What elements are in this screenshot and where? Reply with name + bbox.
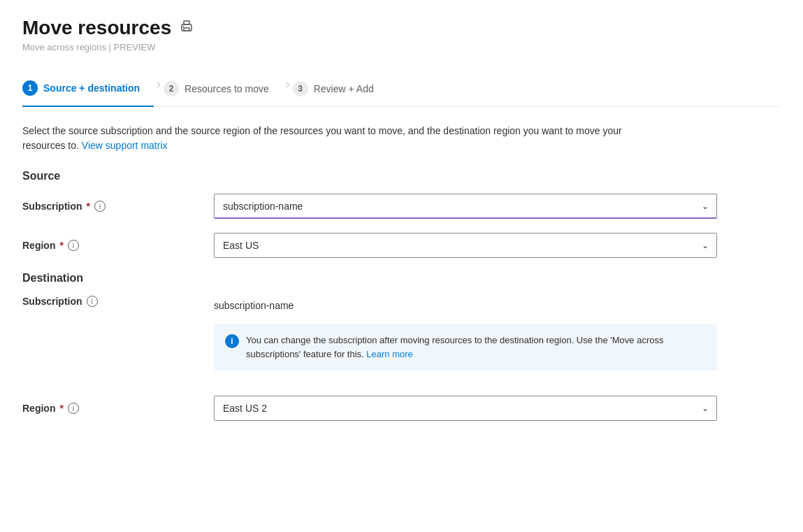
source-region-select[interactable]: East US xyxy=(214,233,717,258)
learn-more-link[interactable]: Learn more xyxy=(366,349,412,359)
source-subscription-required: * xyxy=(87,201,90,212)
destination-region-label-group: Region * i xyxy=(22,403,197,414)
page-title-text: Move resources xyxy=(22,17,171,39)
svg-rect-2 xyxy=(184,28,189,31)
page-header: Move resources Move across regions | PRE… xyxy=(22,17,781,52)
source-subscription-control: subscription-name ⌄ xyxy=(214,194,717,219)
info-box-text-before: You can change the subscription after mo… xyxy=(246,335,663,359)
source-subscription-label: Subscription xyxy=(22,201,82,212)
step-3-label: Review + Add xyxy=(314,83,374,94)
destination-subscription-info-icon[interactable]: i xyxy=(87,296,98,307)
destination-section: Destination Subscription i subscription-… xyxy=(22,272,781,421)
source-subscription-row: Subscription * i subscription-name ⌄ xyxy=(22,194,781,219)
page-container: Move resources Move across regions | PRE… xyxy=(0,0,803,532)
destination-subscription-content: subscription-name i You can change the s… xyxy=(214,296,717,382)
info-box-text: You can change the subscription after mo… xyxy=(246,333,706,361)
source-region-required: * xyxy=(59,240,63,251)
source-region-select-wrapper: East US ⌄ xyxy=(214,233,717,258)
step-1-circle: 1 xyxy=(22,80,38,96)
source-subscription-info-icon[interactable]: i xyxy=(94,201,106,212)
source-region-info-icon[interactable]: i xyxy=(68,240,79,251)
step-2[interactable]: 2 Resources to move xyxy=(164,73,283,106)
destination-region-required: * xyxy=(59,403,63,414)
svg-point-3 xyxy=(183,26,185,27)
destination-section-header: Destination xyxy=(22,272,781,285)
step-2-label: Resources to move xyxy=(185,83,269,94)
destination-subscription-row: Subscription i subscription-name i You c… xyxy=(22,296,781,382)
subtitle-separator: | xyxy=(109,42,114,52)
description: Select the source subscription and the s… xyxy=(22,124,651,153)
step-separator-1: › xyxy=(157,77,161,101)
destination-region-info-icon[interactable]: i xyxy=(68,403,79,414)
destination-region-control: East US 2 ⌄ xyxy=(214,396,717,421)
source-region-label-group: Region * i xyxy=(22,240,197,251)
destination-region-label: Region xyxy=(22,403,55,414)
support-matrix-link[interactable]: View support matrix xyxy=(82,140,168,151)
step-2-circle: 2 xyxy=(164,81,179,96)
source-section-header: Source xyxy=(22,170,781,182)
destination-subscription-label-group: Subscription i xyxy=(22,296,197,307)
destination-subscription-label: Subscription xyxy=(22,296,82,307)
source-subscription-label-group: Subscription * i xyxy=(22,201,197,212)
svg-rect-1 xyxy=(184,21,189,24)
step-3-circle: 3 xyxy=(293,81,308,96)
step-1-label: Source + destination xyxy=(43,82,140,94)
page-title-row: Move resources xyxy=(22,17,781,39)
step-separator-2: › xyxy=(286,77,290,101)
destination-region-row: Region * i East US 2 ⌄ xyxy=(22,396,781,421)
info-box-icon: i xyxy=(225,334,239,348)
step-1[interactable]: 1 Source + destination xyxy=(22,72,154,107)
page-subtitle: Move across regions | PREVIEW xyxy=(22,42,781,52)
source-region-row: Region * i East US ⌄ xyxy=(22,233,781,258)
destination-subscription-value: subscription-name xyxy=(214,296,717,315)
wizard-steps: 1 Source + destination › 2 Resources to … xyxy=(22,72,781,107)
destination-info-box: i You can change the subscription after … xyxy=(214,324,717,371)
source-region-label: Region xyxy=(22,240,55,251)
step-3[interactable]: 3 Review + Add xyxy=(293,73,388,106)
source-subscription-select[interactable]: subscription-name xyxy=(214,194,717,219)
destination-region-select-wrapper: East US 2 ⌄ xyxy=(214,396,717,421)
source-section: Source Subscription * i subscription-nam… xyxy=(22,170,781,258)
source-region-control: East US ⌄ xyxy=(214,233,717,258)
preview-badge: PREVIEW xyxy=(114,42,156,52)
print-icon[interactable] xyxy=(180,20,194,37)
destination-region-select[interactable]: East US 2 xyxy=(214,396,717,421)
source-subscription-select-wrapper: subscription-name ⌄ xyxy=(214,194,717,219)
